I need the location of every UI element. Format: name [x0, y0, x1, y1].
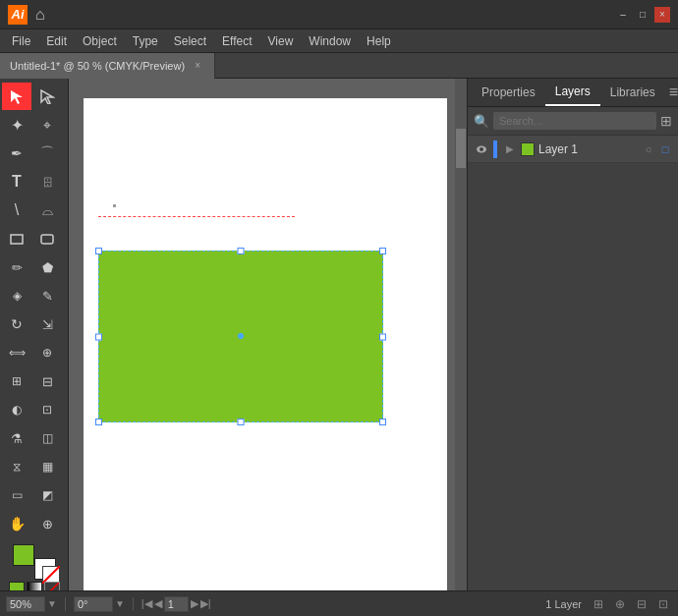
- fill-swatch[interactable]: [13, 544, 34, 566]
- layers-search-bar: 🔍 ⊞: [468, 107, 678, 136]
- filter-icon[interactable]: ⊞: [660, 113, 672, 129]
- document-tab[interactable]: Untitled-1* @ 50 % (CMYK/Preview) ×: [0, 53, 215, 79]
- arrange-layers-btn[interactable]: ⊞: [590, 595, 607, 613]
- lasso-tool[interactable]: ⌖: [32, 111, 62, 139]
- scale-tool[interactable]: ⇲: [32, 310, 62, 338]
- tool-row-16: ✋ ⊕: [2, 510, 66, 537]
- menu-help[interactable]: Help: [359, 30, 399, 52]
- rotation-input[interactable]: [74, 596, 113, 612]
- first-page-btn[interactable]: |◀: [141, 597, 152, 610]
- prev-page-btn[interactable]: ◀: [154, 597, 162, 610]
- minimize-button[interactable]: –: [615, 7, 631, 23]
- direct-selection-tool[interactable]: [32, 83, 62, 110]
- last-page-btn[interactable]: ▶|: [200, 597, 211, 610]
- rounded-rect-tool[interactable]: [32, 225, 62, 252]
- canvas-scrollbar[interactable]: [455, 79, 467, 590]
- tab-libraries[interactable]: Libraries: [600, 80, 665, 105]
- zoom-arrow[interactable]: ▼: [47, 598, 57, 609]
- slice-tool[interactable]: ◩: [32, 481, 62, 509]
- rectangle-tool[interactable]: [2, 225, 31, 252]
- hand-tool[interactable]: ✋: [2, 510, 31, 537]
- layer-count-label: 1 Layer: [545, 598, 582, 610]
- arc-tool[interactable]: ⌓: [32, 196, 62, 224]
- magic-wand-tool[interactable]: ✦: [2, 111, 31, 139]
- type-tool[interactable]: T: [2, 168, 31, 196]
- title-bar: Ai ⌂ – □ ×: [0, 0, 678, 29]
- menu-effect[interactable]: Effect: [214, 30, 259, 52]
- eyedropper-tool[interactable]: ⚗: [2, 424, 31, 452]
- rotate-tool[interactable]: ↻: [2, 310, 31, 338]
- tab-bar: Untitled-1* @ 50 % (CMYK/Preview) ×: [0, 53, 678, 79]
- tool-row-5: \ ⌓: [2, 196, 66, 224]
- layer-icons: ○ □: [642, 142, 672, 156]
- menu-view[interactable]: View: [260, 30, 302, 52]
- free-transform-tool[interactable]: ⊞: [2, 367, 31, 395]
- scrollbar-thumb[interactable]: [456, 129, 466, 168]
- zoom-to-fit-btn[interactable]: ⊕: [611, 595, 629, 613]
- next-page-btn[interactable]: ▶: [191, 597, 198, 610]
- selection-tool[interactable]: [2, 83, 31, 110]
- status-bar: ▼ ▼ |◀ ◀ ▶ ▶| 1 Layer ⊞ ⊕ ⊟ ⊡: [0, 590, 678, 616]
- shaper-tool[interactable]: ◈: [2, 282, 31, 309]
- tool-row-15: ▭ ◩: [2, 481, 66, 509]
- tool-row-11: ⊞ ⊟: [2, 367, 66, 395]
- panel-menu-button[interactable]: ≡: [665, 80, 678, 105]
- svg-point-9: [480, 147, 483, 151]
- menu-object[interactable]: Object: [75, 30, 125, 52]
- page-input[interactable]: [164, 596, 189, 612]
- tab-layers[interactable]: Layers: [545, 79, 600, 106]
- color-area: ⇄ ···: [2, 538, 66, 590]
- color-swatch-green[interactable]: [9, 582, 25, 590]
- color-swatch-gray[interactable]: [27, 582, 42, 590]
- zoom-tool[interactable]: ⊕: [32, 510, 62, 537]
- blob-brush-tool[interactable]: ⬟: [32, 253, 62, 281]
- page-control: |◀ ◀ ▶ ▶|: [141, 596, 211, 612]
- menu-window[interactable]: Window: [301, 30, 359, 52]
- layer-active-indicator: [493, 140, 497, 158]
- shape-builder-tool[interactable]: ⊟: [32, 367, 62, 395]
- rotation-arrow[interactable]: ▼: [115, 598, 125, 609]
- blend-tool[interactable]: ⧖: [2, 453, 31, 480]
- live-paint-tool[interactable]: ◐: [2, 396, 31, 423]
- doc-tab-close[interactable]: ×: [191, 59, 204, 73]
- tool-row-2: ✦ ⌖: [2, 111, 66, 139]
- artboard-nav-btn[interactable]: ⊡: [654, 595, 672, 613]
- close-button[interactable]: ×: [654, 7, 670, 23]
- menu-type[interactable]: Type: [125, 30, 166, 52]
- width-tool[interactable]: ⟺: [2, 339, 31, 366]
- pencil-tool[interactable]: ✎: [32, 282, 62, 309]
- paintbrush-tool[interactable]: ✏: [2, 253, 31, 281]
- layer-expand-btn[interactable]: ▶: [503, 142, 517, 156]
- layers-panel: 🔍 ⊞ ▶ Layer 1: [468, 107, 678, 590]
- main-layout: ✦ ⌖ ✒ ⌒ T ⌹ \ ⌓: [0, 79, 678, 590]
- tool-row-9: ↻ ⇲: [2, 310, 66, 338]
- layer-row[interactable]: ▶ Layer 1 ○ □: [468, 136, 678, 163]
- tab-properties[interactable]: Properties: [472, 80, 545, 105]
- maximize-button[interactable]: □: [635, 7, 650, 23]
- layer-target-icon[interactable]: □: [658, 142, 672, 156]
- artboard-tool[interactable]: ▭: [2, 481, 31, 509]
- right-panel: Properties Layers Libraries ≡ 🔍 ⊞: [467, 79, 678, 590]
- curvature-tool[interactable]: ⌒: [32, 140, 62, 167]
- pen-tool[interactable]: ✒: [2, 140, 31, 167]
- menu-select[interactable]: Select: [166, 30, 214, 52]
- menu-file[interactable]: File: [4, 30, 38, 52]
- area-type-tool[interactable]: ⌹: [32, 168, 62, 196]
- layer-lock-icon[interactable]: ○: [642, 142, 655, 156]
- zoom-input[interactable]: [6, 596, 45, 612]
- line-tool[interactable]: \: [2, 196, 31, 224]
- puppet-warp-tool[interactable]: ⊕: [32, 339, 62, 366]
- canvas-area: [69, 79, 467, 590]
- nav-toggle-btn[interactable]: ⊟: [633, 595, 650, 613]
- color-swatch-none[interactable]: [44, 582, 60, 590]
- tool-row-6: [2, 225, 66, 252]
- app-icon: Ai: [8, 5, 28, 25]
- layers-search-input[interactable]: [493, 112, 656, 130]
- svg-marker-0: [11, 90, 23, 104]
- menu-edit[interactable]: Edit: [38, 30, 75, 52]
- bar-chart-tool[interactable]: ▦: [32, 453, 62, 480]
- perspective-grid-tool[interactable]: ⊡: [32, 396, 62, 423]
- gradient-tool[interactable]: ◫: [32, 424, 62, 452]
- layer-visibility-toggle[interactable]: [474, 141, 489, 157]
- home-icon[interactable]: ⌂: [35, 6, 45, 24]
